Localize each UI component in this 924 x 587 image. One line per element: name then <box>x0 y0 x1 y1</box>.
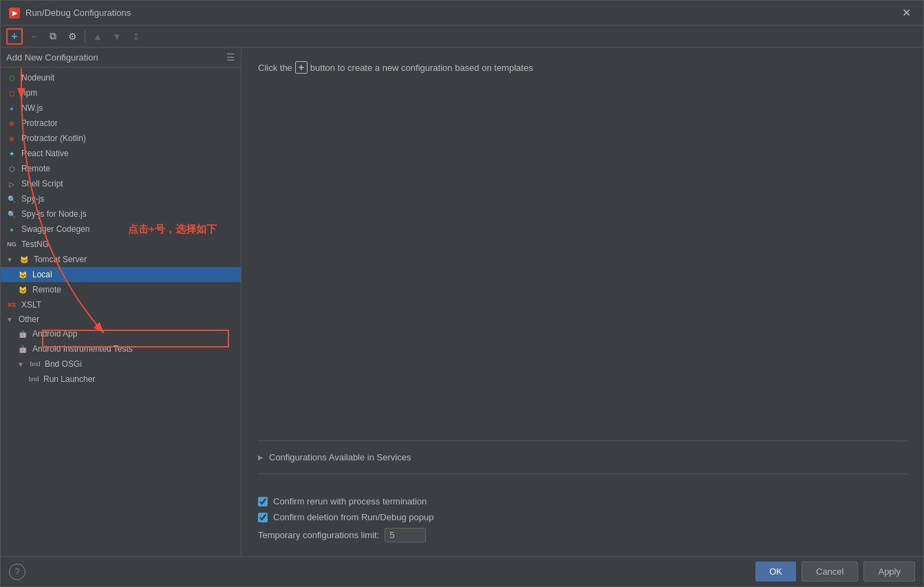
shell-icon: ▷ <box>6 178 17 189</box>
panel-divider <box>258 440 907 441</box>
bnd-icon: bnd <box>30 359 41 370</box>
tomcat-server-icon: 🐱 <box>19 254 30 265</box>
list-item-remote[interactable]: ⬡ Remote <box>1 161 241 176</box>
tomcat-local-icon: 🐱 <box>17 269 28 280</box>
confirm-deletion-checkbox[interactable] <box>258 513 268 522</box>
list-item-swagger[interactable]: ● Swagger Codegen <box>1 222 241 237</box>
list-item-android-app[interactable]: 🤖 Android App <box>1 326 241 341</box>
available-services-section[interactable]: ▶ Configurations Available in Services <box>258 449 907 465</box>
move-down-button[interactable]: ▼ <box>109 28 125 45</box>
list-item-npm[interactable]: ◻ npm <box>1 85 241 100</box>
temp-config-label: Temporary configurations limit: <box>258 530 379 540</box>
list-item-tomcat-remote[interactable]: 🐱 Remote <box>1 282 241 297</box>
title-bar: ▶ Run/Debug Configurations ✕ <box>1 1 923 25</box>
sidebar-header: Add New Configuration ☰ <box>1 47 241 67</box>
list-item-protractor[interactable]: ⊗ Protractor <box>1 116 241 131</box>
list-item-nwjs[interactable]: ● NW.js <box>1 100 241 116</box>
right-panel-spacer <box>258 87 907 432</box>
dialog-title: Run/Debug Configurations <box>25 8 131 18</box>
list-item-run-launcher[interactable]: bnd Run Launcher <box>1 372 241 387</box>
apply-button[interactable]: Apply <box>863 562 915 581</box>
android-app-label: Android App <box>32 329 77 339</box>
sidebar: Add New Configuration ☰ ⬡ Nodeunit ◻ npm… <box>1 47 241 556</box>
close-button[interactable]: ✕ <box>898 5 915 21</box>
list-item-android-instrumented[interactable]: 🤖 Android Instrumented Tests <box>1 341 241 356</box>
remove-configuration-button[interactable]: − <box>25 28 42 45</box>
hint-plus-icon: + <box>295 61 308 74</box>
tomcat-remote-icon: 🐱 <box>17 284 28 295</box>
npm-label: npm <box>21 88 37 98</box>
hint-text-click: Click the <box>258 63 292 73</box>
list-item-testng[interactable]: NG TestNG <box>1 237 241 252</box>
xslt-icon: XS <box>6 299 17 310</box>
list-item-bnd-osgi[interactable]: ▼ bnd Bnd OSGi <box>1 356 241 372</box>
spy-js-icon: 🔍 <box>6 193 17 204</box>
hint-text: Click the + button to create a new confi… <box>258 61 907 74</box>
cancel-button[interactable]: Cancel <box>802 562 858 581</box>
confirm-rerun-checkbox[interactable] <box>258 497 268 506</box>
confirm-deletion-row: Confirm deletion from Run/Debug popup <box>258 512 907 522</box>
tomcat-remote-label: Remote <box>32 285 61 295</box>
ok-button[interactable]: OK <box>755 562 796 581</box>
protractor-icon: ⊗ <box>6 118 17 129</box>
android-app-icon: 🤖 <box>17 328 28 339</box>
available-services-label: Configurations Available in Services <box>269 452 411 462</box>
list-item-other[interactable]: ▼ Other <box>1 312 241 326</box>
nodeunit-label: Nodeunit <box>21 73 54 83</box>
sidebar-header-title: Add New Configuration <box>6 52 98 63</box>
sort-button[interactable]: ⇕ <box>128 28 144 45</box>
bnd-chevron-icon: ▼ <box>17 361 24 368</box>
list-item-xslt[interactable]: XS XSLT <box>1 297 241 312</box>
spy-js-label: Spy-js <box>21 194 44 204</box>
protractor-kotlin-icon: ⊗ <box>6 133 17 144</box>
android-instrumented-icon: 🤖 <box>17 343 28 354</box>
protractor-kotlin-label: Protractor (Kotlin) <box>21 134 86 143</box>
list-item-spy-js-node[interactable]: 🔍 Spy-js for Node.js <box>1 206 241 222</box>
list-item-protractor-kotlin[interactable]: ⊗ Protractor (Kotlin) <box>1 131 241 146</box>
testng-icon: NG <box>6 239 17 250</box>
list-item-spy-js[interactable]: 🔍 Spy-js <box>1 191 241 206</box>
add-configuration-button[interactable]: + <box>6 28 23 45</box>
options-divider <box>258 473 907 474</box>
other-label: Other <box>19 314 39 324</box>
tomcat-server-label: Tomcat Server <box>34 255 87 264</box>
copy-configuration-button[interactable]: ⧉ <box>45 28 61 45</box>
run-debug-dialog: ▶ Run/Debug Configurations ✕ + − ⧉ ⚙ ▲ ▼… <box>0 0 924 587</box>
confirm-deletion-label: Confirm deletion from Run/Debug popup <box>273 512 433 522</box>
swagger-icon: ● <box>6 224 17 235</box>
help-button[interactable]: ? <box>9 564 25 580</box>
list-item-shell-script[interactable]: ▷ Shell Script <box>1 176 241 191</box>
confirm-rerun-label: Confirm rerun with process termination <box>273 496 427 506</box>
options-section: Confirm rerun with process termination C… <box>258 482 907 542</box>
sidebar-filter-icon[interactable]: ☰ <box>226 52 235 63</box>
settings-button[interactable]: ⚙ <box>64 28 80 45</box>
remote-icon: ⬡ <box>6 163 17 174</box>
toolbar: + − ⧉ ⚙ ▲ ▼ ⇕ <box>1 25 923 47</box>
right-panel: Click the + button to create a new confi… <box>241 47 923 556</box>
bottom-buttons: OK Cancel Apply <box>755 562 915 581</box>
run-launcher-label: Run Launcher <box>43 374 95 384</box>
bottom-bar: ? OK Cancel Apply <box>1 556 923 586</box>
move-up-button[interactable]: ▲ <box>89 28 106 45</box>
spy-js-node-icon: 🔍 <box>6 209 17 220</box>
temp-config-input[interactable] <box>385 528 426 542</box>
tomcat-chevron-icon: ▼ <box>6 256 13 264</box>
react-native-icon: ✦ <box>6 148 17 159</box>
list-item-tomcat-server[interactable]: ▼ 🐱 Tomcat Server <box>1 252 241 267</box>
shell-script-label: Shell Script <box>21 179 63 189</box>
testng-label: TestNG <box>21 239 49 249</box>
list-item-react-native[interactable]: ✦ React Native <box>1 146 241 161</box>
list-item-nodeunit[interactable]: ⬡ Nodeunit <box>1 70 241 85</box>
confirm-rerun-row: Confirm rerun with process termination <box>258 496 907 506</box>
run-launcher-icon: bnd <box>28 374 39 385</box>
other-chevron-icon: ▼ <box>6 316 13 323</box>
nwjs-icon: ● <box>6 103 17 114</box>
remote-label: Remote <box>21 164 50 173</box>
spy-js-node-label: Spy-js for Node.js <box>21 209 87 219</box>
list-item-tomcat-local[interactable]: 🐱 Local <box>1 267 241 282</box>
main-content: Add New Configuration ☰ ⬡ Nodeunit ◻ npm… <box>1 47 923 556</box>
sidebar-list[interactable]: ⬡ Nodeunit ◻ npm ● NW.js ⊗ Protractor <box>1 67 241 556</box>
hint-text-rest: button to create a new configuration bas… <box>310 63 533 73</box>
xslt-label: XSLT <box>21 300 41 310</box>
toolbar-separator <box>85 30 85 43</box>
